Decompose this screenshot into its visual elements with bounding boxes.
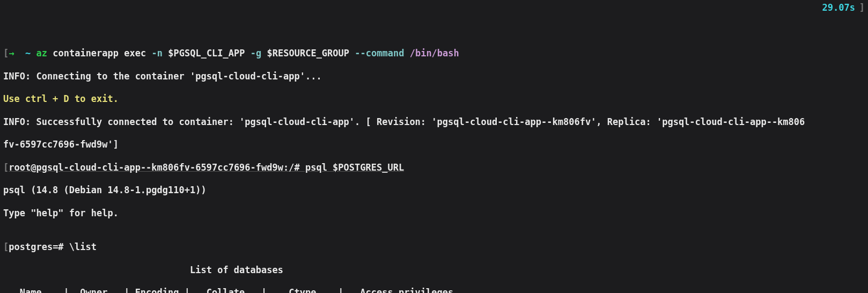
shell-prompt: root@pgsql-cloud-cli-app--km806fv-6597cc… bbox=[9, 162, 404, 173]
bracket-open-shell: [ bbox=[3, 162, 9, 173]
psql-prompt-list[interactable]: [postgres=# \list bbox=[3, 241, 865, 253]
flag-n: -n bbox=[152, 48, 163, 58]
cmd-az: az bbox=[36, 48, 47, 58]
flag-command: --command bbox=[355, 48, 404, 58]
command-line[interactable]: [→ ~ az containerapp exec -n $PGSQL_CLI_… bbox=[3, 48, 865, 59]
flag-g: -g bbox=[251, 48, 261, 58]
info-connected-1: INFO: Successfully connected to containe… bbox=[3, 116, 865, 128]
cmd-exec: exec bbox=[124, 48, 146, 58]
bracket-open-psql1: [ bbox=[3, 241, 9, 252]
exit-hint: Use ctrl + D to exit. bbox=[3, 93, 865, 105]
table-title: List of databases bbox=[3, 265, 865, 276]
psql-prompt-1: postgres=# \list bbox=[9, 241, 97, 252]
psql-help-hint: Type "help" for help. bbox=[3, 208, 865, 219]
elapsed-time: 29.07s bbox=[822, 2, 855, 13]
info-connected-2: fv-6597cc7696-fwd9w'] bbox=[3, 139, 865, 150]
prompt-arrow-icon: → bbox=[9, 48, 14, 58]
info-connecting: INFO: Connecting to the container 'pgsql… bbox=[3, 71, 865, 82]
arg-bin-bash: /bin/bash bbox=[410, 48, 459, 58]
cwd-tilde: ~ bbox=[25, 48, 31, 58]
var-resource-group: $RESOURCE_GROUP bbox=[267, 48, 350, 58]
cmd-containerapp: containerapp bbox=[53, 48, 119, 58]
table-header: Name | Owner | Encoding | Collate | Ctyp… bbox=[3, 287, 865, 293]
bracket-open: [ bbox=[3, 48, 9, 58]
shell-prompt-line[interactable]: [root@pgsql-cloud-cli-app--km806fv-6597c… bbox=[3, 162, 865, 173]
var-pgsql-cli-app: $PGSQL_CLI_APP bbox=[168, 48, 245, 58]
psql-version: psql (14.8 (Debian 14.8-1.pgdg110+1)) bbox=[3, 185, 865, 196]
bracket-close: ] bbox=[859, 2, 865, 13]
